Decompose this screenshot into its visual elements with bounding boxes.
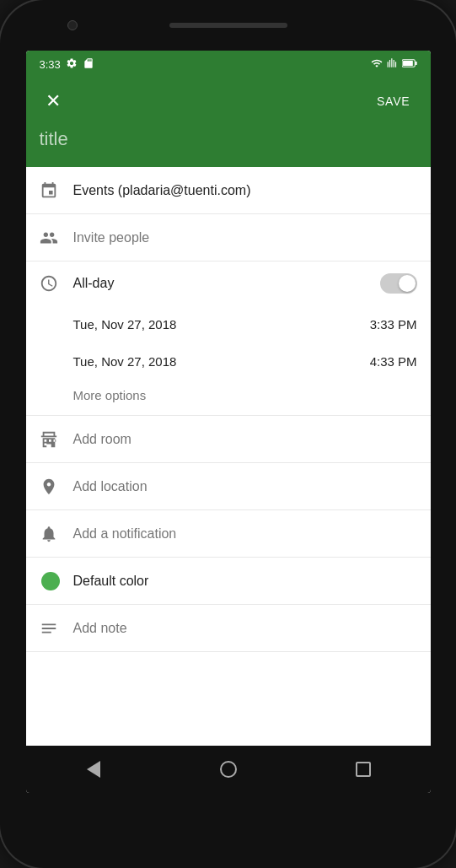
default-color-label: Default color bbox=[73, 574, 149, 588]
add-notification-label: Add a notification bbox=[73, 526, 177, 541]
app-header: ✕ SAVE title bbox=[26, 78, 431, 167]
calendar-icon bbox=[40, 181, 73, 200]
invite-people-label: Invite people bbox=[73, 230, 150, 245]
location-icon bbox=[40, 477, 73, 496]
settings-icon bbox=[66, 57, 78, 72]
nav-home-button[interactable] bbox=[212, 752, 245, 786]
add-note-label: Add note bbox=[73, 621, 127, 635]
navigation-bar bbox=[26, 746, 431, 793]
nav-recent-icon bbox=[356, 762, 371, 777]
save-button[interactable]: SAVE bbox=[370, 91, 417, 111]
calendar-label: Events (pladaria@tuenti.com) bbox=[73, 183, 251, 197]
allday-toggle[interactable] bbox=[380, 273, 417, 294]
header-top: ✕ SAVE bbox=[40, 88, 417, 115]
end-time: 4:33 PM bbox=[370, 354, 417, 369]
battery-icon bbox=[402, 58, 417, 71]
add-notification-content: Add a notification bbox=[73, 526, 417, 542]
clock-icon bbox=[40, 274, 73, 293]
color-icon bbox=[40, 572, 73, 590]
content-area: Events (pladaria@tuenti.com) Invite peop… bbox=[26, 167, 431, 746]
status-left: 3:33 bbox=[40, 57, 94, 72]
more-options-label: More options bbox=[73, 388, 147, 402]
note-icon bbox=[40, 619, 73, 638]
add-note-content: Add note bbox=[73, 621, 417, 636]
svg-rect-1 bbox=[403, 60, 413, 65]
building-icon bbox=[40, 430, 73, 449]
add-location-content: Add location bbox=[73, 479, 417, 494]
default-color-content: Default color bbox=[73, 574, 417, 589]
invite-people-content: Invite people bbox=[73, 230, 417, 245]
title-input[interactable]: title bbox=[40, 125, 417, 154]
more-options-row[interactable]: More options bbox=[26, 380, 431, 416]
start-time: 3:33 PM bbox=[370, 317, 417, 332]
add-room-label: Add room bbox=[73, 432, 131, 446]
nav-back-button[interactable] bbox=[77, 752, 110, 786]
add-notification-row[interactable]: Add a notification bbox=[26, 510, 431, 558]
bell-icon bbox=[40, 525, 73, 543]
allday-content: All-day bbox=[73, 273, 417, 294]
end-datetime-row[interactable]: Tue, Nov 27, 2018 4:33 PM bbox=[26, 342, 431, 380]
status-right bbox=[370, 57, 417, 72]
add-location-row[interactable]: Add location bbox=[26, 463, 431, 510]
status-bar: 3:33 bbox=[26, 51, 431, 78]
add-note-row[interactable]: Add note bbox=[26, 605, 431, 652]
start-date: Tue, Nov 27, 2018 bbox=[73, 317, 370, 332]
start-datetime-row[interactable]: Tue, Nov 27, 2018 3:33 PM bbox=[26, 305, 431, 342]
close-button[interactable]: ✕ bbox=[40, 88, 67, 115]
add-room-content: Add room bbox=[73, 432, 417, 447]
color-dot bbox=[41, 572, 60, 590]
signal-icon bbox=[387, 57, 399, 72]
phone-speaker bbox=[169, 23, 287, 28]
default-color-row[interactable]: Default color bbox=[26, 558, 431, 605]
phone-shell: 3:33 bbox=[0, 0, 456, 868]
sd-card-icon bbox=[83, 57, 94, 72]
calendar-row[interactable]: Events (pladaria@tuenti.com) bbox=[26, 167, 431, 214]
svg-rect-2 bbox=[415, 61, 416, 64]
allday-label: All-day bbox=[73, 276, 115, 291]
nav-recent-button[interactable] bbox=[346, 752, 380, 786]
nav-back-icon bbox=[87, 761, 100, 778]
people-icon bbox=[40, 229, 73, 247]
calendar-text: Events (pladaria@tuenti.com) bbox=[73, 183, 417, 198]
end-date: Tue, Nov 27, 2018 bbox=[73, 354, 370, 369]
phone-screen: 3:33 bbox=[26, 51, 431, 793]
add-location-label: Add location bbox=[73, 479, 148, 493]
toggle-thumb bbox=[399, 275, 416, 292]
phone-camera bbox=[67, 20, 78, 30]
wifi-icon bbox=[370, 57, 384, 72]
invite-people-row[interactable]: Invite people bbox=[26, 214, 431, 261]
phone-top-bar bbox=[0, 0, 456, 51]
status-time: 3:33 bbox=[40, 58, 61, 71]
allday-row[interactable]: All-day bbox=[26, 261, 431, 305]
add-room-row[interactable]: Add room bbox=[26, 416, 431, 463]
nav-home-icon bbox=[220, 761, 237, 778]
